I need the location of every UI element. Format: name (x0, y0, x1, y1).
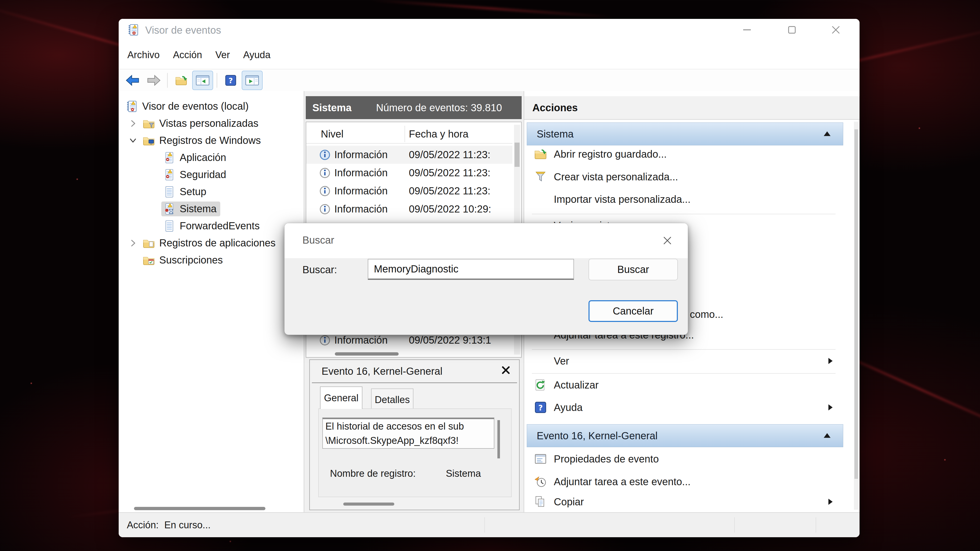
tree-item-subscriptions[interactable]: Suscripciones (119, 251, 304, 268)
back-arrow-icon[interactable] (123, 71, 143, 89)
svg-text:?: ? (538, 403, 543, 412)
event-datetime: 09/05/2022 11:23: (409, 149, 490, 160)
actions-title: Acciones (532, 102, 578, 114)
tree-item-setup[interactable]: Setup (119, 183, 304, 200)
action-item-label: como... (690, 309, 723, 320)
action-item-copy[interactable]: Copiar (524, 491, 843, 513)
event-message-box[interactable]: El historial de accesos en el sub \Micro… (322, 418, 494, 449)
column-divider[interactable] (404, 126, 405, 142)
log-name-value: Sistema (446, 468, 481, 479)
collapse-icon[interactable] (822, 430, 832, 441)
event-row-1[interactable]: Información09/05/2022 11:23: (306, 164, 512, 182)
chevron-right-icon[interactable] (125, 118, 141, 129)
help-icon[interactable]: ? (221, 71, 241, 89)
tree-item-label: Vistas personalizadas (159, 118, 258, 129)
collapse-icon[interactable] (822, 129, 832, 139)
toolbar: ? (119, 69, 859, 92)
event-level: Información (334, 334, 388, 346)
tree-item-custom-views[interactable]: Vistas personalizadas (119, 115, 304, 132)
action-item-event-properties[interactable]: Propiedades de evento (524, 448, 843, 470)
tree-item-label: Aplicación (180, 152, 226, 163)
actions-vertical-scrollbar-thumb[interactable] (854, 129, 858, 479)
properties-icon (534, 452, 547, 465)
find-input[interactable] (368, 259, 574, 280)
action-item-label: Crear vista personalizada... (554, 171, 678, 183)
section-header-label: Sistema (537, 128, 574, 140)
column-header-nivel[interactable]: Nivel (321, 128, 344, 140)
tree-item-windows-logs[interactable]: Registros de Windows (119, 132, 304, 149)
tree-item-body: Seguridad (161, 167, 230, 182)
list-vertical-scrollbar-thumb[interactable] (514, 143, 520, 167)
information-icon (319, 185, 331, 197)
tree-item-root[interactable]: Visor de eventos (local) (119, 98, 304, 115)
event-datetime: 09/05/2022 11:23: (409, 185, 490, 197)
maximize-icon[interactable] (780, 21, 804, 39)
tree-selection-highlight: Sistema (161, 202, 220, 216)
menu-item-2[interactable]: Ver (209, 46, 237, 64)
status-label: Acción: (127, 519, 159, 530)
tree-horizontal-scrollbar[interactable] (134, 507, 266, 510)
submenu-arrow-icon (825, 497, 835, 507)
tree-item-label: Suscripciones (159, 254, 223, 266)
tab-general[interactable]: General (320, 386, 363, 409)
minimize-icon[interactable] (735, 21, 759, 39)
tree-item-app-logs[interactable]: Registros de aplicaciones (119, 234, 304, 251)
find-button[interactable]: Buscar (589, 259, 678, 280)
action-pane-icon[interactable] (242, 71, 262, 90)
column-header-fecha[interactable]: Fecha y hora (409, 128, 468, 140)
menu-item-3[interactable]: Ayuda (237, 46, 277, 64)
tree-item-label: Sistema (180, 203, 217, 214)
action-item-view[interactable]: Ver (524, 350, 843, 372)
log-title: Sistema (312, 102, 352, 114)
action-item-label: Actualizar (554, 380, 599, 391)
close-icon[interactable] (659, 232, 676, 249)
tree-item-system[interactable]: Sistema (119, 200, 304, 218)
action-item-help[interactable]: ?Ayuda (524, 396, 843, 419)
tab-detalles[interactable]: Detalles (371, 389, 414, 411)
event-level: Información (334, 203, 388, 215)
panel-horizontal-scrollbar-thumb[interactable] (343, 503, 394, 506)
window-title: Visor de eventos (145, 24, 221, 36)
tree-item-label: Registros de aplicaciones (159, 237, 275, 249)
action-item-save-events-fragment[interactable]: como... (690, 303, 843, 326)
tree-item-forwarded-events[interactable]: ForwardedEvents (119, 218, 304, 234)
action-item-create-custom-view[interactable]: Crear vista personalizada... (524, 165, 843, 188)
chevron-right-icon[interactable] (125, 238, 141, 249)
tree-item-label: Seguridad (180, 169, 226, 180)
action-item-refresh[interactable]: Actualizar (524, 374, 843, 396)
message-vertical-scrollbar-thumb[interactable] (497, 420, 500, 458)
tree-item-body: ForwardedEvents (161, 219, 263, 233)
menu-item-0[interactable]: Archivo (121, 46, 166, 64)
event-message-line: El historial de accesos en el sub (325, 419, 494, 433)
event-row-2[interactable]: Información09/05/2022 11:23: (306, 182, 512, 200)
list-horizontal-scrollbar-thumb[interactable] (335, 352, 399, 356)
close-icon[interactable] (500, 365, 512, 377)
folder-page-icon (142, 237, 155, 249)
forward-arrow-icon[interactable] (144, 71, 164, 89)
tree-item-security[interactable]: Seguridad (119, 166, 304, 183)
console-tree-icon[interactable] (192, 71, 213, 90)
event-count: Número de eventos: 39.810 (376, 102, 502, 114)
event-row-3[interactable]: Información09/05/2022 10:29: (306, 200, 512, 218)
cancel-button[interactable]: Cancelar (589, 300, 678, 322)
actions-section-header-1[interactable]: Evento 16, Kernel-General (527, 424, 843, 447)
status-divider (816, 517, 816, 533)
tree-item-application[interactable]: Aplicación (119, 149, 304, 166)
tree-item-body: Setup (161, 184, 210, 199)
toolbar-separator (167, 73, 168, 88)
chevron-down-icon[interactable] (125, 135, 141, 146)
folder-filter-icon (142, 117, 155, 130)
open-saved-log-icon[interactable] (171, 71, 191, 89)
close-icon[interactable] (824, 21, 848, 39)
menu-item-1[interactable]: Acción (166, 46, 209, 64)
action-item-attach-task-event[interactable]: Adjuntar tarea a este evento... (524, 470, 843, 493)
status-divider (484, 517, 485, 533)
log-busy-icon (163, 203, 176, 215)
action-item-import-custom-view[interactable]: Importar vista personalizada... (524, 188, 843, 210)
dialog-title: Buscar (302, 234, 334, 246)
action-item-open-saved-log[interactable]: Abrir registro guardado... (524, 143, 843, 165)
actions-section-header-0[interactable]: Sistema (527, 122, 843, 145)
actions-vertical-scrollbar[interactable] (854, 122, 859, 510)
event-row-0[interactable]: Información09/05/2022 11:23: (306, 146, 512, 164)
information-icon (319, 203, 331, 215)
